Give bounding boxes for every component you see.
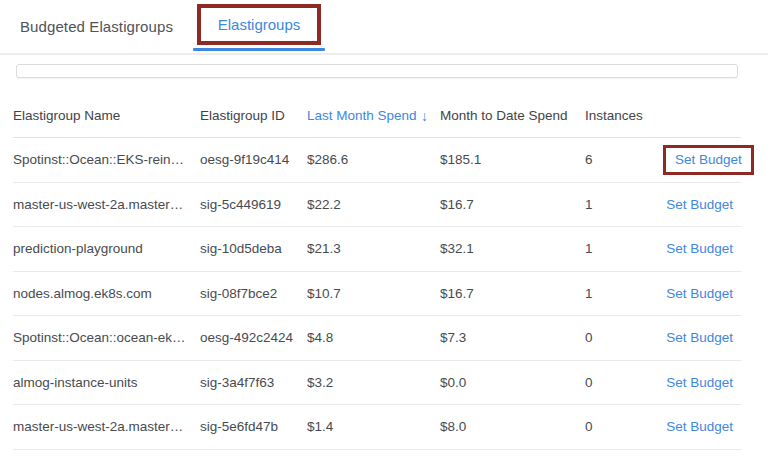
last-month-spend-value: $4.8: [307, 330, 440, 345]
col-header-instances[interactable]: Instances: [585, 108, 663, 123]
elastigroup-name: Spotinst::Ocean::EKS-reinv…: [13, 152, 200, 167]
tab-budgeted-elastigroups[interactable]: Budgeted Elastigroups: [20, 0, 173, 53]
instances-value: 1: [585, 286, 663, 301]
table-row: nodes.almog.ek8s.com sig-08f7bce2 $10.7 …: [13, 272, 741, 317]
elastigroup-id: sig-5c449619: [200, 197, 307, 212]
last-month-spend-value: $10.7: [307, 286, 440, 301]
month-to-date-spend-value: $0.0: [440, 375, 585, 390]
col-header-elastigroup-name[interactable]: Elastigroup Name: [13, 108, 200, 123]
table-row: master-us-west-2a.masters… sig-5e6fd47b …: [13, 405, 741, 450]
elastigroup-id: sig-08f7bce2: [200, 286, 307, 301]
elastigroups-table: Elastigroup Name Elastigroup ID Last Mon…: [13, 94, 741, 450]
instances-value: 1: [585, 197, 663, 212]
last-month-spend-value: $22.2: [307, 197, 440, 212]
set-budget-link[interactable]: Set Budget: [666, 197, 733, 212]
instances-value: 0: [585, 419, 663, 434]
table-row: prediction-playground sig-10d5deba $21.3…: [13, 227, 741, 272]
set-budget-link[interactable]: Set Budget: [666, 419, 733, 434]
set-budget-highlight-box: Set Budget: [663, 145, 754, 175]
month-to-date-spend-value: $32.1: [440, 241, 585, 256]
table-row: master-us-west-2a.masters… sig-5c449619 …: [13, 183, 741, 228]
month-to-date-spend-value: $16.7: [440, 286, 585, 301]
instances-value: 0: [585, 375, 663, 390]
last-month-spend-value: $3.2: [307, 375, 440, 390]
elastigroup-name: Spotinst::Ocean::ocean-eks…: [13, 330, 200, 345]
elastigroup-id: sig-3a4f7f63: [200, 375, 307, 390]
month-to-date-spend-value: $185.1: [440, 152, 585, 167]
month-to-date-spend-value: $16.7: [440, 197, 585, 212]
elastigroup-name: almog-instance-units: [13, 375, 200, 390]
last-month-spend-value: $286.6: [307, 152, 440, 167]
instances-value: 6: [585, 152, 663, 167]
month-to-date-spend-value: $7.3: [440, 330, 585, 345]
tab-elastigroups[interactable]: Elastigroups: [197, 4, 321, 45]
last-month-spend-value: $21.3: [307, 241, 440, 256]
elastigroup-id: sig-5e6fd47b: [200, 419, 307, 434]
last-month-spend-value: $1.4: [307, 419, 440, 434]
elastigroup-name: master-us-west-2a.masters…: [13, 197, 200, 212]
table-header-row: Elastigroup Name Elastigroup ID Last Mon…: [13, 94, 741, 138]
elastigroup-id: oesg-492c2424: [200, 330, 307, 345]
col-header-elastigroup-id[interactable]: Elastigroup ID: [200, 108, 307, 123]
active-tab-underline: [193, 48, 325, 51]
tab-bar: Budgeted Elastigroups Elastigroups: [0, 0, 768, 54]
table-row: almog-instance-units sig-3a4f7f63 $3.2 $…: [13, 361, 741, 406]
instances-value: 0: [585, 330, 663, 345]
elastigroup-name: prediction-playground: [13, 241, 200, 256]
sort-descending-icon[interactable]: ↓: [421, 108, 430, 124]
elastigroups-budget-page: Budgeted Elastigroups Elastigroups Elast…: [0, 0, 768, 457]
col-header-last-month-spend-label: Last Month Spend: [307, 108, 417, 123]
col-header-month-to-date-spend[interactable]: Month to Date Spend: [440, 108, 585, 123]
tabbar-divider: [0, 53, 768, 55]
set-budget-link[interactable]: Set Budget: [666, 375, 733, 390]
set-budget-link[interactable]: Set Budget: [666, 286, 733, 301]
elastigroup-id: sig-10d5deba: [200, 241, 307, 256]
set-budget-link[interactable]: Set Budget: [666, 330, 733, 345]
filter-input[interactable]: [16, 64, 738, 78]
elastigroup-name: nodes.almog.ek8s.com: [13, 286, 200, 301]
col-header-last-month-spend[interactable]: Last Month Spend ↓: [307, 108, 440, 124]
elastigroup-name: master-us-west-2a.masters…: [13, 419, 200, 434]
set-budget-link[interactable]: Set Budget: [675, 152, 742, 167]
instances-value: 1: [585, 241, 663, 256]
table-row: Spotinst::Ocean::ocean-eks… oesg-492c242…: [13, 316, 741, 361]
elastigroup-id: oesg-9f19c414: [200, 152, 307, 167]
set-budget-link[interactable]: Set Budget: [666, 241, 733, 256]
table-row: Spotinst::Ocean::EKS-reinv… oesg-9f19c41…: [13, 138, 741, 183]
month-to-date-spend-value: $8.0: [440, 419, 585, 434]
